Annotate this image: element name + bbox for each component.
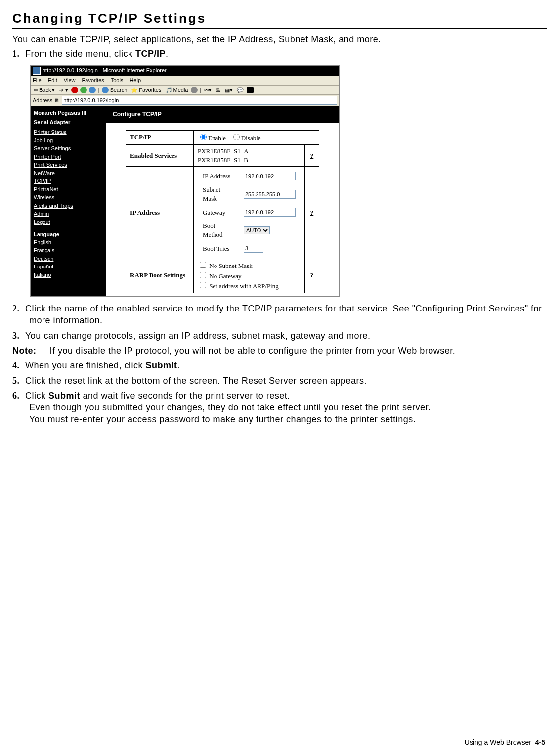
media-button[interactable]: 🎵Media	[165, 87, 189, 94]
select-bootmethod[interactable]: AUTO	[244, 226, 270, 234]
step-number: 4.	[12, 359, 25, 371]
step-bold: Submit	[48, 391, 80, 400]
print-icon[interactable]: 🖶	[215, 87, 222, 94]
ie-toolbar: ⇦ Back ▾ ➔ ▾ | Search ⭐Favorites 🎵Media …	[31, 86, 339, 95]
radio-disable[interactable]: Disable	[231, 134, 261, 142]
screenshot-ie-window: http://192.0.0.192/login - Microsoft Int…	[30, 65, 340, 297]
discuss-icon[interactable]: 💬	[236, 87, 245, 94]
radio-enable-input[interactable]	[200, 134, 207, 140]
intro-paragraph: You can enable TCP/IP, select applicatio…	[12, 33, 547, 45]
menu-favorites[interactable]: Favorites	[82, 77, 104, 83]
input-ip[interactable]	[244, 172, 296, 180]
address-input[interactable]	[62, 96, 337, 105]
menu-edit[interactable]: Edit	[48, 77, 57, 83]
lang-italiano[interactable]: Italiano	[34, 271, 103, 279]
edit-icon[interactable]: ▦▾	[224, 87, 234, 94]
label-tcpip: TCP/IP	[126, 130, 194, 145]
field-label-boottries: Boot Tries	[199, 242, 239, 255]
step-text: and wait five seconds for the print serv…	[80, 391, 290, 400]
sidebar-language-label: Language	[34, 231, 103, 238]
menu-tools[interactable]: Tools	[111, 77, 124, 83]
stop-icon[interactable]	[71, 87, 78, 93]
lang-deutsch[interactable]: Deutsch	[34, 255, 103, 263]
ie-main: Configure TCP/IP TCP/IP Enable Disable E…	[106, 106, 339, 296]
search-button[interactable]: Search	[101, 87, 128, 94]
history-icon[interactable]	[191, 87, 198, 93]
sidebar-item-printer-status[interactable]: Printer Status	[34, 128, 103, 136]
page-icon: 🗎	[54, 97, 60, 104]
sidebar-item-tcpip[interactable]: TCP/IP	[34, 177, 103, 185]
sidebar-item-logout[interactable]: Logout	[34, 218, 103, 226]
row-enabled-services: Enabled Services PXR1E858F_S1_A PXR1E858…	[126, 145, 319, 167]
help-link[interactable]: ?	[305, 145, 319, 167]
sidebar-item-printer-port[interactable]: Printer Port	[34, 153, 103, 161]
ie-address-bar: Address 🗎	[31, 95, 339, 106]
step-text: Click the reset link at the bottom of th…	[25, 376, 367, 386]
sidebar-item-server-settings[interactable]: Server Settings	[34, 144, 103, 153]
input-gateway[interactable]	[244, 208, 296, 217]
step-text: You can change protocols, assign an IP a…	[25, 331, 370, 341]
lang-english[interactable]: English	[34, 238, 103, 247]
note-label: Note:	[12, 345, 47, 356]
lang-francais[interactable]: Français	[34, 246, 103, 255]
step-text: .	[166, 49, 169, 59]
radio-enable[interactable]: Enable	[198, 134, 226, 142]
label-ip-address: IP Address	[126, 167, 194, 258]
step-2: 2.Click the name of the enabled service …	[12, 303, 547, 327]
note-block: Note: If you disable the IP protocol, yo…	[12, 345, 547, 356]
service-link-2[interactable]: PXR1E858F_S1_B	[198, 156, 301, 165]
note-body: If you disable the IP protocol, you will…	[50, 345, 529, 356]
checkbox-no-subnet[interactable]	[200, 262, 206, 268]
sidebar-item-print-services[interactable]: Print Services	[34, 161, 103, 169]
cell-rarp: No Subnet Mask No Gateway Set address wi…	[194, 258, 305, 293]
sidebar-item-printranet[interactable]: PrintraNet	[34, 185, 103, 194]
row-tcpip: TCP/IP Enable Disable	[126, 130, 319, 145]
checkbox-arp-ping[interactable]	[200, 282, 206, 288]
lang-espanol[interactable]: Español	[34, 263, 103, 271]
step-text: When you are finished, click	[25, 360, 146, 370]
step-4: 4.When you are finished, click Submit.	[12, 359, 547, 371]
input-boottries[interactable]	[244, 244, 263, 253]
help-link[interactable]: ?	[305, 258, 319, 293]
rarp-opt-1: No Subnet Mask	[209, 262, 252, 269]
rarp-opt-3: Set address with ARP/Ping	[209, 282, 279, 290]
cell-ip-fields: IP Address Subnet Mask Gateway Boot Meth…	[194, 167, 305, 258]
refresh-icon[interactable]	[80, 87, 87, 93]
forward-button[interactable]: ➔ ▾	[58, 87, 69, 94]
config-table: TCP/IP Enable Disable Enabled Services P…	[126, 130, 319, 293]
row-ip-address: IP Address IP Address Subnet Mask Gatewa…	[126, 167, 319, 258]
help-link[interactable]: ?	[305, 167, 319, 258]
config-heading: Configure TCP/IP	[106, 106, 339, 123]
checkbox-no-gateway	[200, 272, 206, 278]
radio-disable-input[interactable]	[233, 134, 240, 140]
back-button[interactable]: ⇦ Back ▾	[33, 87, 56, 94]
menu-file[interactable]: File	[33, 77, 42, 83]
step-number: 5.	[12, 375, 25, 387]
sidebar-item-admin[interactable]: Admin	[34, 210, 103, 218]
cell-tcpip-value: Enable Disable	[194, 130, 319, 145]
field-label-subnet: Subnet Mask	[199, 183, 239, 205]
step-text: Click	[25, 391, 48, 400]
home-icon[interactable]	[89, 87, 96, 93]
step-text: You must re-enter your access password t…	[29, 413, 416, 425]
label-rarp: RARP Boot Settings	[126, 258, 194, 293]
mail-icon[interactable]: ✉▾	[203, 87, 213, 94]
sidebar-item-job-log[interactable]: Job Log	[34, 136, 103, 145]
input-subnet[interactable]	[244, 190, 296, 199]
step-text: From the side menu, click	[25, 49, 135, 59]
ie-menubar[interactable]: File Edit View Favorites Tools Help	[31, 76, 339, 86]
sidebar-item-netware[interactable]: NetWare	[34, 169, 103, 178]
sidebar-item-alerts[interactable]: Alerts and Traps	[34, 202, 103, 210]
step-number: 2.	[12, 303, 25, 314]
extra-icon[interactable]	[247, 87, 254, 93]
menu-view[interactable]: View	[64, 77, 76, 83]
menu-help[interactable]: Help	[129, 77, 141, 83]
ie-title-text: http://192.0.0.192/login - Microsoft Int…	[43, 67, 167, 74]
favorites-button[interactable]: ⭐Favorites	[130, 87, 162, 94]
sidebar-item-wireless[interactable]: Wireless	[34, 193, 103, 202]
step-6: 6.Click Submit and wait five seconds for…	[12, 390, 547, 426]
service-link-1[interactable]: PXR1E858F_S1_A	[198, 147, 301, 156]
rarp-opt-2: No Gateway	[209, 272, 241, 280]
label-enabled-services: Enabled Services	[126, 145, 194, 167]
toolbar-divider: |	[98, 87, 99, 94]
